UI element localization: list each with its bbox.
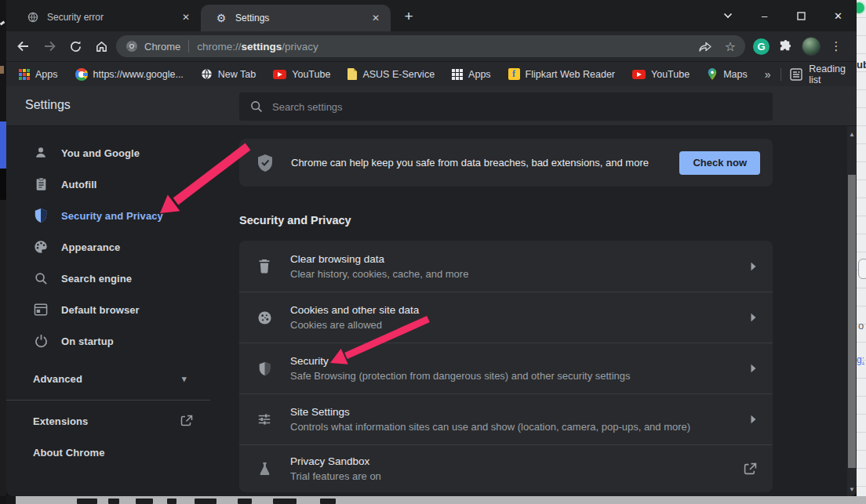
site-label: Chrome [144, 41, 180, 53]
power-icon [33, 334, 49, 348]
row-cookies[interactable]: Cookies and other site data Cookies are … [239, 292, 773, 343]
new-tab-button[interactable]: + [399, 7, 418, 26]
row-title: Security [290, 355, 631, 367]
background-text-fragment [320, 499, 336, 504]
external-link-icon [744, 462, 757, 476]
background-link-fragment: g: [857, 354, 864, 365]
maximize-button[interactable] [783, 0, 820, 31]
background-text-fragment [273, 499, 297, 504]
check-now-button[interactable]: Check now [679, 151, 760, 175]
background-fragment [0, 169, 6, 200]
sidebar-item-advanced[interactable]: Advanced ▾ [6, 363, 235, 394]
gear-icon: ⚙ [215, 12, 227, 24]
settings-header: Settings [6, 86, 857, 126]
scroll-up-icon[interactable]: ▲ [847, 131, 857, 138]
clipboard-icon [33, 177, 49, 191]
sidebar-item-you-and-google[interactable]: You and Google [6, 137, 235, 169]
search-settings-box[interactable] [239, 92, 773, 121]
google-icon [75, 68, 88, 81]
chrome-logo-icon [126, 40, 138, 53]
tab-search-chevron-icon[interactable] [709, 0, 746, 31]
trash-icon [257, 259, 272, 274]
screen: ub o g: Security error ✕ ⚙ Set [0, 0, 866, 504]
safety-banner-text: Chrome can help keep you safe from data … [291, 157, 649, 169]
row-subtitle: Safe Browsing (protection from dangerous… [290, 370, 631, 382]
search-icon [250, 100, 263, 113]
divider [6, 400, 210, 401]
bookmark-google[interactable]: https://www.google... [75, 68, 184, 81]
share-icon[interactable] [698, 40, 712, 53]
flipkart-icon: f [508, 68, 520, 80]
sidebar-item-autofill[interactable]: Autofill [6, 169, 235, 200]
background-fragment [6, 496, 16, 504]
background-text-fragment [108, 499, 119, 504]
sidebar-item-on-startup[interactable]: On startup [6, 325, 235, 357]
close-tab-icon[interactable]: ✕ [179, 10, 193, 24]
row-subtitle: Cookies are allowed [290, 319, 419, 331]
background-fragment-blue [0, 121, 6, 169]
scrollbar-thumb[interactable] [848, 175, 856, 468]
search-icon [33, 272, 49, 285]
row-privacy-sandbox[interactable]: Privacy Sandbox Trial features are on [239, 444, 773, 492]
extensions-puzzle-icon[interactable] [778, 39, 793, 54]
row-site-settings[interactable]: Site Settings Controls what information … [239, 393, 773, 444]
row-title: Privacy Sandbox [290, 455, 381, 467]
sidebar-item-extensions[interactable]: Extensions [6, 405, 235, 437]
scroll-down-icon[interactable]: ▼ [847, 486, 857, 493]
row-title: Cookies and other site data [290, 304, 419, 316]
profile-avatar[interactable] [802, 37, 821, 56]
section-title: Security and Privacy [239, 214, 351, 227]
tab-settings[interactable]: ⚙ Settings ✕ [201, 5, 391, 31]
shield-icon [33, 208, 49, 223]
reload-icon[interactable] [64, 35, 86, 57]
browser-menu-icon[interactable]: ⋮ [829, 39, 843, 53]
security-privacy-card: Clear browsing data Clear history, cooki… [239, 241, 773, 492]
bookmark-star-icon[interactable]: ☆ [725, 39, 736, 54]
page-title: Settings [25, 98, 71, 112]
background-window-bottom-edge [6, 496, 866, 504]
sidebar-item-appearance[interactable]: Appearance [6, 231, 235, 263]
search-settings-input[interactable] [272, 101, 773, 113]
globe-icon [27, 11, 39, 24]
sidebar-item-about-chrome[interactable]: About Chrome [6, 437, 235, 468]
tab-title: Security error [47, 12, 179, 23]
background-text-fragment [77, 499, 97, 504]
bookmarks-bar: Apps https://www.google... New Tab YouTu… [6, 61, 857, 86]
background-fragment [0, 200, 6, 496]
reading-list-label[interactable]: Reading list [809, 63, 849, 85]
bookmark-youtube[interactable]: YouTube [273, 69, 330, 80]
bookmarks-overflow-icon[interactable]: » [765, 68, 771, 81]
background-text-fragment [136, 499, 153, 504]
row-security[interactable]: Security Safe Browsing (protection from … [239, 343, 773, 393]
forward-icon[interactable] [38, 35, 60, 57]
page-scrollbar[interactable]: ▲ ▼ [847, 126, 857, 496]
bookmark-asus-eservice[interactable]: ASUS E-Service [347, 68, 435, 80]
tune-icon [257, 412, 272, 426]
window-controls: – ✕ [709, 0, 857, 31]
tab-strip: Security error ✕ ⚙ Settings ✕ + – ✕ [6, 0, 857, 31]
sidebar-item-default-browser[interactable]: Default browser [6, 294, 235, 325]
grammarly-extension-icon[interactable]: G [753, 38, 770, 55]
back-icon[interactable] [13, 35, 35, 57]
row-clear-browsing-data[interactable]: Clear browsing data Clear history, cooki… [239, 241, 773, 292]
tab-security-error[interactable]: Security error ✕ [16, 6, 201, 28]
close-tab-icon[interactable]: ✕ [369, 11, 383, 25]
close-window-button[interactable]: ✕ [820, 0, 857, 31]
bookmark-flipkart[interactable]: f Flipkart Web Reader [508, 68, 615, 80]
bookmark-apps-2[interactable]: Apps [452, 69, 491, 80]
minimize-button[interactable]: – [746, 0, 783, 31]
cookie-icon [257, 310, 272, 325]
sidebar-item-security-and-privacy[interactable]: Security and Privacy [6, 200, 235, 231]
bookmark-new-tab[interactable]: New Tab [201, 68, 256, 80]
address-bar[interactable]: Chrome chrome://settings/privacy ☆ [116, 35, 745, 57]
bookmark-youtube-2[interactable]: YouTube [632, 69, 690, 80]
bookmark-apps[interactable]: Apps [19, 69, 58, 80]
background-fragment [0, 66, 4, 74]
sidebar-item-search-engine[interactable]: Search engine [6, 263, 235, 294]
background-window-right-edge: ub o g: [857, 0, 866, 504]
home-icon[interactable] [90, 35, 112, 57]
reading-list-icon[interactable] [790, 68, 802, 81]
bookmark-maps[interactable]: Maps [707, 67, 748, 81]
chevron-right-icon [750, 262, 757, 271]
background-text-fragment: ub [857, 59, 866, 71]
